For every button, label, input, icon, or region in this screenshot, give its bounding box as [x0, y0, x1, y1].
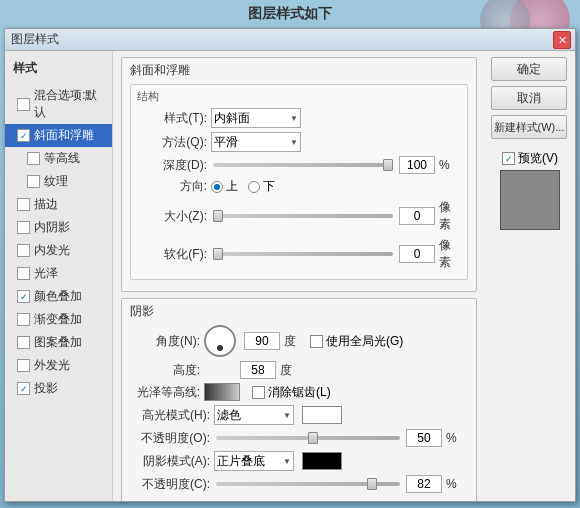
contour-label: 等高线 [44, 150, 80, 167]
sidebar-item-texture[interactable]: 纹理 [5, 170, 112, 193]
depth-slider-thumb[interactable] [383, 159, 393, 171]
preview-area: ✓ 预览(V) [491, 150, 569, 230]
shadow-opacity-row: 不透明度(C): % [130, 475, 468, 493]
direction-radio-group: 上 下 [211, 178, 275, 195]
inner-shadow-checkbox [17, 221, 30, 234]
color-overlay-checkbox: ✓ [17, 290, 30, 303]
highlight-opacity-slider[interactable] [216, 436, 400, 440]
soften-slider[interactable] [213, 252, 393, 256]
close-button[interactable]: ✕ [553, 31, 571, 49]
direction-down-label: 下 [263, 178, 275, 195]
sidebar-item-satin[interactable]: 光泽 [5, 262, 112, 285]
bevel-section-title: 斜面和浮雕 [130, 62, 468, 79]
depth-slider[interactable] [213, 163, 393, 167]
sidebar-item-pattern-overlay[interactable]: 图案叠加 [5, 331, 112, 354]
drop-shadow-checkbox: ✓ [17, 382, 30, 395]
size-input[interactable] [399, 207, 435, 225]
angle-circle[interactable] [204, 325, 236, 357]
dialog-title: 图层样式 [11, 31, 59, 48]
sidebar-header: 样式 [5, 57, 112, 80]
shadow-opacity-thumb[interactable] [367, 478, 377, 490]
outer-glow-checkbox [17, 359, 30, 372]
sidebar-item-stroke[interactable]: 描边 [5, 193, 112, 216]
angle-dot [217, 345, 223, 351]
direction-up-label: 上 [226, 178, 238, 195]
highlight-mode-label: 高光模式(H): [130, 407, 210, 424]
sidebar-item-outer-glow[interactable]: 外发光 [5, 354, 112, 377]
direction-down-circle [248, 181, 260, 193]
direction-down-radio[interactable]: 下 [248, 178, 275, 195]
structure-subtitle: 结构 [137, 89, 461, 104]
inner-shadow-label: 内阴影 [34, 219, 70, 236]
soften-unit: 像素 [439, 237, 461, 271]
global-light-checkbox[interactable]: 使用全局光(G) [310, 333, 403, 350]
main-content: 斜面和浮雕 结构 样式(T): 内斜面 ▼ [113, 51, 485, 501]
confirm-button[interactable]: 确定 [491, 57, 567, 81]
layer-style-dialog: 图层样式 ✕ 样式 混合选项:默认 ✓ 斜面和浮雕 等高线 [4, 28, 576, 502]
method-select[interactable]: 平滑 ▼ [211, 132, 301, 152]
sidebar-item-drop-shadow[interactable]: ✓ 投影 [5, 377, 112, 400]
shadow-section-title: 阴影 [130, 303, 468, 320]
angle-input[interactable] [244, 332, 280, 350]
style-select[interactable]: 内斜面 ▼ [211, 108, 301, 128]
sidebar-item-blend[interactable]: 混合选项:默认 [5, 84, 112, 124]
shadow-opacity-input[interactable] [406, 475, 442, 493]
contour-checkbox [27, 152, 40, 165]
contour-row: 光泽等高线: 消除锯齿(L) [130, 383, 468, 401]
soften-label: 软化(F): [137, 246, 207, 263]
contour-preview[interactable] [204, 383, 240, 401]
shadow-color-box[interactable] [302, 452, 342, 470]
size-slider[interactable] [213, 214, 393, 218]
preview-checkbox[interactable]: ✓ 预览(V) [502, 150, 558, 167]
sidebar-item-inner-shadow[interactable]: 内阴影 [5, 216, 112, 239]
texture-checkbox [27, 175, 40, 188]
method-row: 方法(Q): 平滑 ▼ [137, 132, 461, 152]
shadow-opacity-slider[interactable] [216, 482, 400, 486]
highlight-opacity-input[interactable] [406, 429, 442, 447]
direction-row: 方向: 上 下 [137, 178, 461, 195]
preview-label: 预览(V) [518, 150, 558, 167]
direction-up-radio[interactable]: 上 [211, 178, 238, 195]
satin-checkbox [17, 267, 30, 280]
sidebar-item-inner-glow[interactable]: 内发光 [5, 239, 112, 262]
soften-row: 软化(F): 像素 [137, 237, 461, 271]
anti-alias-cb-box [252, 386, 265, 399]
texture-label: 纹理 [44, 173, 68, 190]
shadow-mode-select[interactable]: 正片叠底 ▼ [214, 451, 294, 471]
anti-alias-checkbox[interactable]: 消除锯齿(L) [252, 384, 331, 401]
drop-shadow-label: 投影 [34, 380, 58, 397]
size-label: 大小(Z): [137, 208, 207, 225]
sidebar-item-contour[interactable]: 等高线 [5, 147, 112, 170]
highlight-mode-select[interactable]: 滤色 ▼ [214, 405, 294, 425]
altitude-row: 高度: 度 [130, 361, 468, 379]
highlight-opacity-thumb[interactable] [308, 432, 318, 444]
shadow-opacity-label: 不透明度(C): [130, 476, 210, 493]
bevel-label: 斜面和浮雕 [34, 127, 94, 144]
size-unit: 像素 [439, 199, 461, 233]
method-select-arrow: ▼ [290, 138, 298, 147]
new-style-button[interactable]: 新建样式(W)... [491, 115, 567, 139]
inner-glow-checkbox [17, 244, 30, 257]
shadow-mode-label: 阴影模式(A): [130, 453, 210, 470]
depth-input[interactable] [399, 156, 435, 174]
cancel-button[interactable]: 取消 [491, 86, 567, 110]
depth-label: 深度(D): [137, 157, 207, 174]
size-row: 大小(Z): 像素 [137, 199, 461, 233]
highlight-color-box[interactable] [302, 406, 342, 424]
sidebar-item-color-overlay[interactable]: ✓ 颜色叠加 [5, 285, 112, 308]
stroke-label: 描边 [34, 196, 58, 213]
global-light-cb-box [310, 335, 323, 348]
style-label: 样式(T): [137, 110, 207, 127]
soften-slider-thumb[interactable] [213, 248, 223, 260]
altitude-input[interactable] [240, 361, 276, 379]
soften-input[interactable] [399, 245, 435, 263]
size-slider-thumb[interactable] [213, 210, 223, 222]
pattern-overlay-label: 图案叠加 [34, 334, 82, 351]
highlight-opacity-row: 不透明度(O): % [130, 429, 468, 447]
shadow-mode-row: 阴影模式(A): 正片叠底 ▼ [130, 451, 468, 471]
style-select-arrow: ▼ [290, 114, 298, 123]
shadow-mode-arrow: ▼ [283, 457, 291, 466]
satin-label: 光泽 [34, 265, 58, 282]
sidebar-item-gradient-overlay[interactable]: 渐变叠加 [5, 308, 112, 331]
sidebar-item-bevel[interactable]: ✓ 斜面和浮雕 [5, 124, 112, 147]
